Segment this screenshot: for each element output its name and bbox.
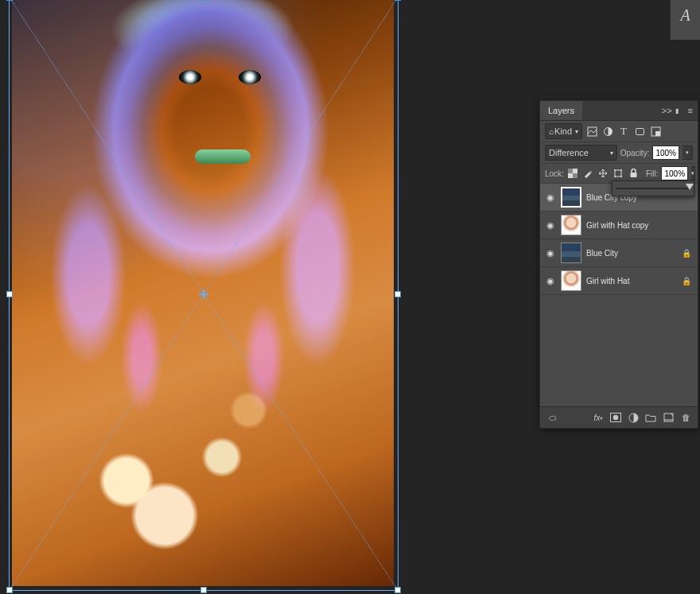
layer-row[interactable]: ◉Blue City🔒 — [540, 239, 698, 267]
face-eye-left — [179, 70, 201, 84]
lock-pixels-icon[interactable] — [582, 168, 594, 180]
layers-panel-footer: ⬭ fx▾ 🗑 — [540, 406, 698, 428]
artboard-image — [12, 0, 394, 586]
blend-opacity-row: Difference ▾ Opacity: 100% ▾ — [540, 142, 698, 164]
visibility-toggle[interactable]: ◉ — [545, 276, 556, 286]
add-mask-icon[interactable] — [609, 412, 623, 424]
svg-point-11 — [613, 415, 618, 420]
layer-thumbnail[interactable] — [561, 243, 581, 263]
layer-name-label[interactable]: Girl with Hat copy — [586, 221, 677, 230]
layer-thumbnail[interactable] — [561, 270, 581, 291]
face-lips — [195, 149, 251, 164]
visibility-toggle[interactable]: ◉ — [545, 192, 556, 203]
lock-artboard-icon[interactable] — [612, 168, 624, 180]
filter-adjustment-icon[interactable] — [601, 126, 614, 138]
collapse-icon: >> — [662, 106, 672, 115]
blend-mode-select[interactable]: Difference ▾ — [545, 145, 617, 161]
face-eye-right — [239, 70, 261, 84]
layer-row[interactable]: ◉Girl with Hat🔒 — [540, 267, 698, 295]
panel-menu-button[interactable]: ≡ — [683, 106, 698, 115]
link-layers-icon[interactable]: ⬭ — [545, 412, 559, 424]
filter-kind-label: Kind — [554, 126, 572, 136]
svg-rect-7 — [573, 173, 578, 178]
fill-input[interactable]: 100% — [661, 166, 688, 181]
visibility-toggle[interactable]: ◉ — [545, 248, 556, 258]
transform-handle-middle-right[interactable] — [395, 291, 401, 297]
transform-handle-bottom-left[interactable] — [6, 587, 13, 593]
character-panel-icon[interactable]: A — [680, 6, 690, 25]
opacity-slider-thumb[interactable] — [686, 184, 694, 190]
filter-type-icon[interactable]: T — [617, 126, 630, 138]
opacity-label: Opacity: — [620, 149, 650, 157]
layer-name-label[interactable]: Girl with Hat — [586, 277, 677, 285]
opacity-slider-track[interactable] — [616, 188, 690, 189]
right-toolbar: A — [670, 0, 700, 40]
opacity-slider-flyout[interactable] — [612, 181, 694, 196]
chevron-down-icon: ▾ — [575, 128, 578, 135]
composite-face — [12, 0, 394, 363]
layers-list[interactable]: ◉Blue City copy◉Girl with Hat copy◉Blue … — [540, 184, 698, 406]
layer-thumbnail[interactable] — [561, 215, 581, 235]
fill-dropdown[interactable]: ▾ — [691, 166, 695, 181]
lock-all-icon[interactable] — [628, 168, 640, 180]
layer-row[interactable]: ◉Girl with Hat copy — [540, 212, 698, 239]
visibility-toggle[interactable]: ◉ — [545, 220, 556, 231]
filter-shape-icon[interactable] — [633, 126, 646, 138]
svg-rect-8 — [615, 170, 621, 177]
filter-pixel-icon[interactable] — [585, 126, 598, 138]
lock-transparency-icon[interactable] — [567, 168, 579, 180]
fill-label: Fill: — [646, 169, 659, 178]
new-group-icon[interactable] — [644, 412, 658, 424]
svg-rect-9 — [630, 173, 636, 177]
svg-rect-2 — [636, 128, 644, 134]
layer-filter-row: ⌕ Kind ▾ T — [540, 121, 698, 142]
layers-panel: Layers >> ▮ ≡ ⌕ Kind ▾ T Difference ▾ Op… — [539, 100, 698, 429]
new-layer-icon[interactable] — [661, 412, 675, 424]
blend-mode-value: Difference — [549, 148, 589, 157]
canvas-area[interactable] — [0, 0, 541, 594]
new-adjustment-icon[interactable] — [626, 412, 640, 424]
transform-handle-bottom-right[interactable] — [395, 587, 401, 593]
delete-layer-icon[interactable]: 🗑 — [679, 412, 693, 424]
opacity-dropdown[interactable]: ▾ — [682, 146, 693, 160]
filter-kind-select[interactable]: ⌕ Kind ▾ — [545, 123, 582, 139]
lock-indicator-icon: 🔒 — [682, 249, 693, 258]
opacity-input[interactable]: 100% — [652, 146, 679, 160]
layers-tab[interactable]: Layers — [540, 101, 582, 120]
svg-rect-4 — [655, 131, 660, 136]
filter-smartobject-icon[interactable] — [649, 126, 662, 138]
lock-label: Lock: — [545, 169, 564, 178]
layer-name-label[interactable]: Blue City — [586, 249, 677, 258]
transform-handle-bottom-center[interactable] — [200, 587, 207, 593]
lock-indicator-icon: 🔒 — [682, 277, 693, 285]
panel-collapse-button[interactable]: >> ▮ — [657, 106, 683, 115]
lock-position-icon[interactable] — [597, 168, 609, 180]
chevron-down-icon: ▾ — [610, 149, 613, 157]
layer-fx-icon[interactable]: fx▾ — [591, 412, 605, 424]
search-icon: ⌕ — [549, 126, 554, 136]
svg-rect-6 — [568, 169, 573, 173]
transform-handle-top-right[interactable] — [395, 0, 401, 1]
panel-tabbar: Layers >> ▮ ≡ — [540, 101, 698, 121]
layer-thumbnail[interactable] — [561, 187, 581, 208]
